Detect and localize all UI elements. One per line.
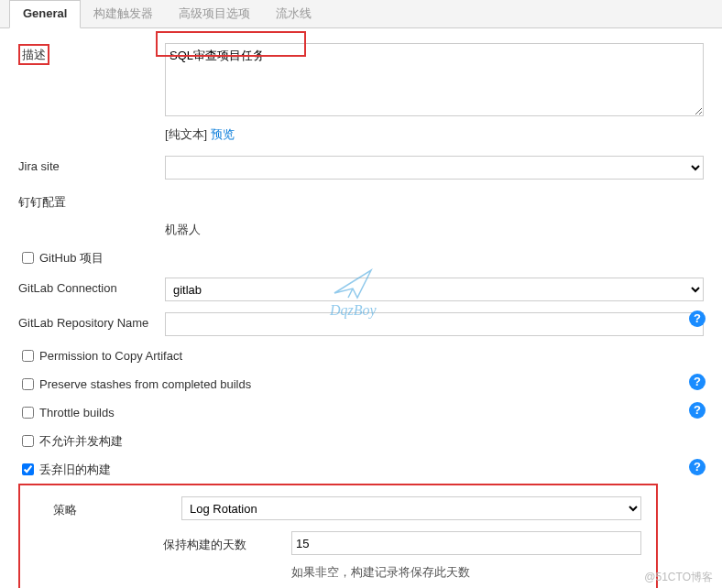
preserve-stashes-label: Preserve stashes from completed builds — [39, 377, 251, 391]
permission-copy-checkbox[interactable] — [22, 350, 34, 362]
tab-general[interactable]: General — [9, 0, 81, 28]
help-icon[interactable]: ? — [689, 402, 706, 419]
dingding-label: 钉钉配置 — [9, 191, 165, 211]
discard-section: 策略 Log Rotation 保持构建的天数 如果非空，构建记录将保存此天数 … — [18, 484, 658, 588]
strategy-select[interactable]: Log Rotation — [181, 496, 641, 520]
footer-text: @51CTO博客 — [644, 570, 713, 585]
throttle-builds-checkbox[interactable] — [22, 407, 34, 419]
throttle-builds-label: Throttle builds — [39, 406, 115, 419]
description-label: 描述 — [18, 44, 49, 65]
tab-advanced[interactable]: 高级项目选项 — [166, 0, 263, 27]
tab-trigger[interactable]: 构建触发器 — [81, 0, 166, 27]
tab-bar: General 构建触发器 高级项目选项 流水线 — [0, 0, 722, 28]
gitlab-connection-label: GitLab Connection — [9, 278, 165, 295]
tab-pipeline[interactable]: 流水线 — [263, 0, 324, 27]
keep-days-help: 如果非空，构建记录将保存此天数 — [291, 561, 651, 584]
jira-site-label: Jira site — [9, 156, 165, 173]
strategy-label: 策略 — [53, 498, 181, 518]
permission-copy-label: Permission to Copy Artifact — [39, 349, 182, 363]
github-project-label: GitHub 项目 — [39, 250, 104, 267]
preview-link[interactable]: 预览 — [211, 127, 235, 141]
help-icon[interactable]: ? — [689, 459, 706, 475]
no-concurrent-checkbox[interactable] — [22, 435, 34, 447]
discard-old-checkbox[interactable] — [22, 463, 34, 475]
description-textarea[interactable] — [165, 43, 704, 116]
gitlab-connection-select[interactable]: gitlab — [165, 278, 704, 301]
jira-site-select[interactable] — [165, 156, 704, 180]
plaintext-label: [纯文本] — [165, 127, 211, 141]
gitlab-repo-label: GitLab Repository Name — [9, 312, 165, 330]
discard-old-label: 丢弃旧的构建 — [39, 462, 111, 478]
robot-label: 机器人 — [165, 222, 201, 238]
github-project-checkbox[interactable] — [22, 252, 34, 264]
preserve-stashes-checkbox[interactable] — [22, 378, 34, 390]
no-concurrent-label: 不允许并发构建 — [39, 433, 123, 450]
keep-days-input[interactable] — [291, 531, 641, 555]
help-icon[interactable]: ? — [689, 310, 706, 327]
gitlab-repo-input[interactable] — [165, 312, 704, 336]
help-icon[interactable]: ? — [689, 374, 706, 390]
keep-days-label: 保持构建的天数 — [163, 533, 291, 553]
